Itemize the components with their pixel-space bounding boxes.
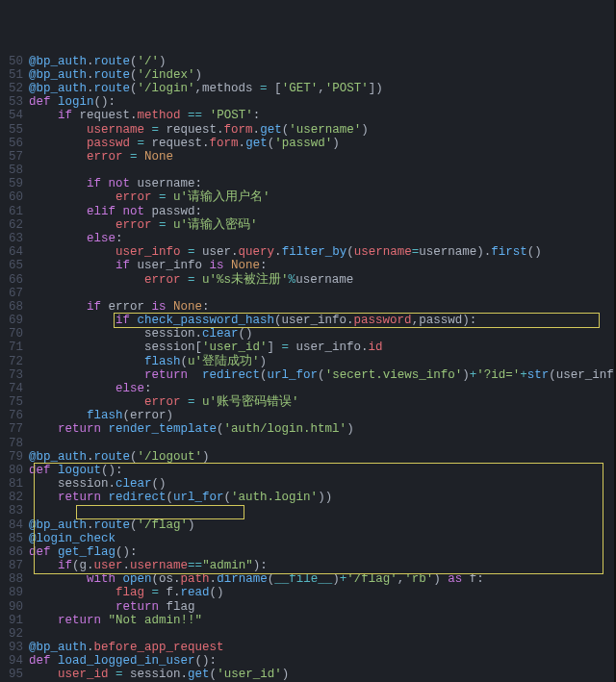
line-number: 76 [6, 409, 23, 422]
line-number: 61 [6, 205, 23, 218]
code-line[interactable]: else: [29, 382, 616, 395]
code-line[interactable]: user_info = user.query.filter_by(usernam… [29, 245, 616, 259]
code-editor: 5051525354555657585960616263646566676869… [0, 55, 614, 682]
code-line[interactable]: @bp_auth.route('/login',methods = ['GET'… [29, 82, 616, 95]
code-line[interactable]: @bp_auth.route('/') [29, 55, 616, 68]
code-line[interactable] [29, 437, 616, 450]
line-number: 77 [6, 422, 23, 436]
line-number: 63 [6, 232, 23, 245]
code-line[interactable]: return "Not admin!!" [29, 614, 616, 627]
line-number: 73 [6, 368, 23, 382]
line-number: 91 [6, 614, 23, 627]
line-number: 70 [6, 327, 23, 341]
line-number: 62 [6, 218, 23, 232]
code-line[interactable] [29, 504, 616, 518]
code-line[interactable]: error = u'账号密码错误' [29, 395, 616, 409]
code-line[interactable]: def load_logged_in_user(): [29, 654, 616, 668]
code-line[interactable]: def login(): [29, 95, 616, 109]
line-number: 88 [6, 572, 23, 586]
line-number: 67 [6, 287, 23, 300]
line-number: 92 [6, 627, 23, 641]
line-number: 75 [6, 395, 23, 409]
code-line[interactable]: elif not passwd: [29, 205, 616, 218]
line-number: 64 [6, 245, 23, 259]
line-number: 93 [6, 641, 23, 654]
line-number: 68 [6, 300, 23, 314]
line-number: 86 [6, 545, 23, 559]
code-line[interactable]: else: [29, 232, 616, 245]
code-line[interactable]: if error is None: [29, 300, 616, 314]
line-number: 87 [6, 559, 23, 572]
line-number: 53 [6, 95, 23, 109]
code-line[interactable]: session['user_id'] = user_info.id [29, 341, 616, 354]
code-line[interactable]: session.clear() [29, 477, 616, 491]
code-line[interactable]: @login_check [29, 532, 616, 545]
code-line[interactable]: error = u'请输入密码' [29, 218, 616, 232]
code-line[interactable]: error = u'请输入用户名' [29, 190, 616, 204]
code-line[interactable]: return flag [29, 600, 616, 614]
code-line[interactable]: @bp_auth.route('/index') [29, 68, 616, 82]
code-line[interactable] [29, 627, 616, 641]
code-line[interactable]: flag = f.read() [29, 586, 616, 599]
code-line[interactable]: passwd = request.form.get('passwd') [29, 137, 616, 150]
line-number: 65 [6, 259, 23, 272]
code-line[interactable]: error = u'%s未被注册'%username [29, 273, 616, 287]
code-line[interactable]: def get_flag(): [29, 545, 616, 559]
code-line[interactable]: session.clear() [29, 327, 616, 341]
line-number: 94 [6, 654, 23, 668]
code-line[interactable]: return redirect(url_for('auth.login')) [29, 491, 616, 504]
code-line[interactable]: error = None [29, 150, 616, 164]
code-line[interactable]: flash(u'登陆成功') [29, 355, 616, 368]
code-line[interactable]: @bp_auth.route('/logout') [29, 450, 616, 464]
line-number: 85 [6, 532, 23, 545]
code-line[interactable]: user_id = session.get('user_id') [29, 668, 616, 681]
code-line[interactable]: if request.method == 'POST': [29, 109, 616, 122]
line-number: 60 [6, 190, 23, 204]
code-line[interactable]: if not username: [29, 177, 616, 190]
line-number: 54 [6, 109, 23, 122]
code-line[interactable]: username = request.form.get('username') [29, 123, 616, 137]
line-number: 80 [6, 464, 23, 477]
line-number: 79 [6, 450, 23, 464]
line-number: 84 [6, 518, 23, 532]
line-number: 81 [6, 477, 23, 491]
line-number: 52 [6, 82, 23, 95]
code-line[interactable]: @bp_auth.before_app_request [29, 641, 616, 654]
line-number: 78 [6, 437, 23, 450]
code-line[interactable]: def logout(): [29, 464, 616, 477]
code-area[interactable]: @bp_auth.route('/')@bp_auth.route('/inde… [29, 55, 616, 682]
line-number: 56 [6, 137, 23, 150]
line-number: 59 [6, 177, 23, 190]
code-line[interactable]: if check_password_hash(user_info.passwor… [29, 314, 616, 327]
line-number: 66 [6, 273, 23, 287]
line-number: 89 [6, 586, 23, 599]
line-number: 55 [6, 123, 23, 137]
line-number: 83 [6, 504, 23, 518]
line-number: 58 [6, 164, 23, 177]
line-number: 71 [6, 341, 23, 354]
code-line[interactable] [29, 164, 616, 177]
code-line[interactable] [29, 287, 616, 300]
line-number: 74 [6, 382, 23, 395]
line-number: 50 [6, 55, 23, 68]
code-line[interactable]: if user_info is None: [29, 259, 616, 272]
code-line[interactable]: flash(error) [29, 409, 616, 422]
line-number: 82 [6, 491, 23, 504]
line-number: 51 [6, 68, 23, 82]
line-number: 90 [6, 600, 23, 614]
code-line[interactable]: return render_template('auth/login.html'… [29, 422, 616, 436]
line-number: 72 [6, 355, 23, 368]
line-number: 69 [6, 314, 23, 327]
line-number: 57 [6, 150, 23, 164]
code-line[interactable]: with open(os.path.dirname(__file__)+'/fl… [29, 572, 616, 586]
code-line[interactable]: return redirect(url_for('secert.views_in… [29, 368, 616, 382]
line-number-gutter: 5051525354555657585960616263646566676869… [0, 55, 29, 682]
code-line[interactable]: @bp_auth.route('/flag') [29, 518, 616, 532]
line-number: 95 [6, 668, 23, 681]
code-line[interactable]: if(g.user.username=="admin"): [29, 559, 616, 572]
